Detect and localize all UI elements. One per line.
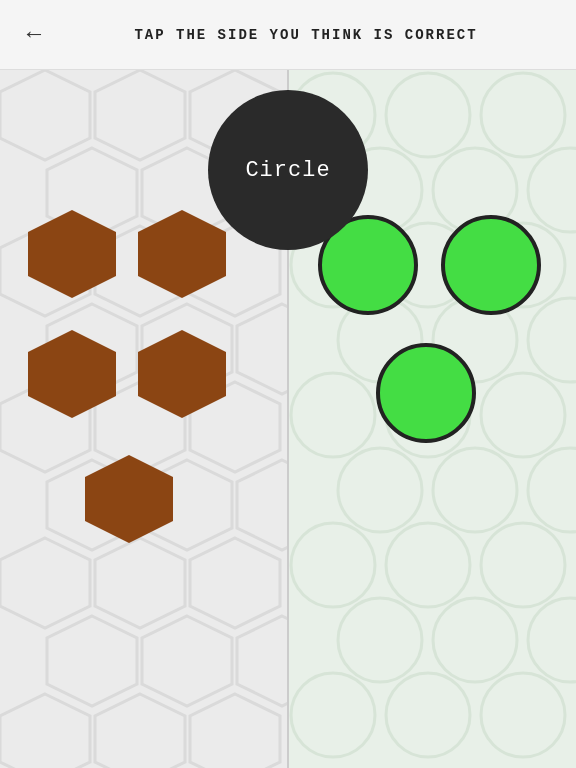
svg-point-22 [338, 598, 422, 682]
svg-point-6 [528, 148, 576, 232]
svg-point-18 [528, 448, 576, 532]
svg-point-21 [481, 523, 565, 607]
svg-point-15 [481, 373, 565, 457]
header: ← TAP THE SIDE YOU THINK IS CORRECT [0, 0, 576, 70]
svg-point-3 [481, 73, 565, 157]
svg-point-19 [291, 523, 375, 607]
center-label-text: Circle [245, 158, 330, 183]
svg-point-23 [433, 598, 517, 682]
green-circle-2 [441, 215, 541, 315]
svg-point-24 [528, 598, 576, 682]
instruction-text: TAP THE SIDE YOU THINK IS CORRECT [52, 27, 560, 43]
svg-point-25 [291, 673, 375, 757]
center-label-bubble: Circle [208, 90, 368, 250]
green-circle-3 [376, 343, 476, 443]
game-area: Circle [0, 70, 576, 768]
back-button[interactable]: ← [16, 17, 52, 53]
svg-point-13 [291, 373, 375, 457]
back-arrow-icon: ← [27, 21, 41, 48]
svg-point-2 [386, 73, 470, 157]
svg-point-17 [433, 448, 517, 532]
svg-point-20 [386, 523, 470, 607]
svg-point-12 [528, 298, 576, 382]
svg-point-16 [338, 448, 422, 532]
svg-marker-0 [0, 70, 90, 160]
svg-point-26 [386, 673, 470, 757]
svg-point-27 [481, 673, 565, 757]
